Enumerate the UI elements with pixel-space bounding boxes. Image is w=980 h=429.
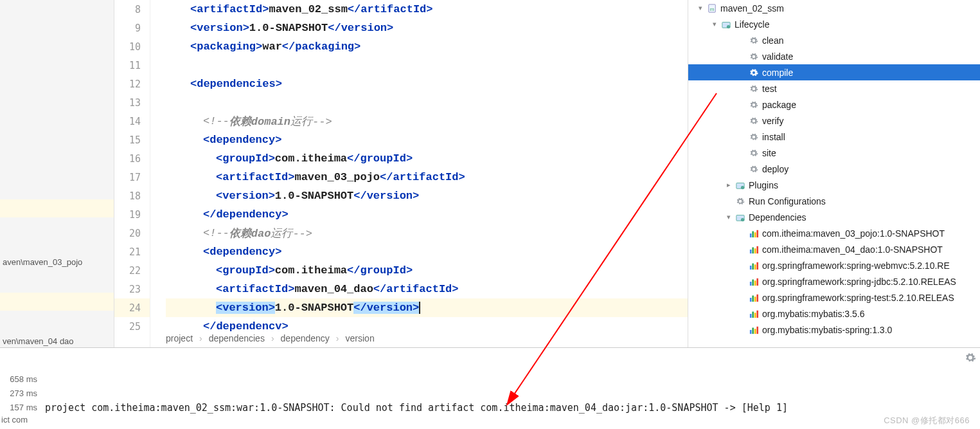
line-number[interactable]: 22 [114,261,150,280]
tree-label: compile [762,68,793,78]
code-line[interactable]: <!--依赖domain运行--> [166,112,688,131]
maven-lifecycle-verify[interactable]: verify [688,113,980,129]
line-number[interactable]: 14 [114,112,150,131]
maven-project-root[interactable]: ▾mmaven_02_ssm [688,0,980,16]
maven-dependencies-node[interactable]: ▾Dependencies [688,209,980,225]
code-line[interactable]: <dependency> [166,242,688,261]
breadcrumb-item[interactable]: dependency [281,333,330,343]
line-number[interactable]: 25 [114,317,150,336]
tree-label: org.mybatis:mybatis:3.5.6 [762,309,865,319]
build-step-times: 658 ms273 ms157 ms [0,372,37,415]
code-line[interactable]: </dependency> [166,205,688,224]
tree-label: maven_02_ssm [720,3,784,14]
svg-rect-9 [752,231,754,237]
svg-rect-27 [756,294,758,301]
tree-label: deploy [762,164,788,174]
svg-rect-34 [754,329,756,334]
code-area[interactable]: <artifactId>maven_02_ssm</artifactId><ve… [166,0,688,347]
line-number[interactable]: 23 [114,280,150,298]
svg-rect-17 [752,263,754,269]
maven-dependency[interactable]: com.itheima:maven_03_pojo:1.0-SNAPSHOT [688,225,980,241]
code-line[interactable]: <artifactId>maven_03_pojo</artifactId> [166,168,688,187]
maven-lifecycle-site[interactable]: site [688,145,980,161]
line-number[interactable]: 15 [114,131,150,149]
maven-lifecycle-deploy[interactable]: deploy [688,161,980,177]
code-line[interactable]: <groupId>com.itheima</groupId> [166,149,688,168]
line-number[interactable]: 10 [114,37,150,56]
svg-rect-19 [756,262,758,269]
breadcrumb-item[interactable]: dependencies [209,333,265,343]
code-line[interactable]: <artifactId>maven_04_dao</artifactId> [166,280,688,298]
code-line[interactable]: <dependencies> [166,75,688,93]
maven-run-configurations[interactable]: Run Configurations [688,193,980,209]
code-line[interactable]: <version>1.0-SNAPSHOT</version> [166,19,688,37]
line-number[interactable]: 18 [114,187,150,205]
svg-rect-16 [750,266,752,269]
line-number[interactable]: 16 [114,149,150,168]
code-line[interactable] [166,56,688,75]
breadcrumb-item[interactable]: version [346,333,375,343]
line-number[interactable]: 19 [114,205,150,224]
maven-lifecycle-clean[interactable]: clean [688,32,980,48]
maven-plugins-node[interactable]: ▸Plugins [688,177,980,193]
fold-column[interactable] [150,0,166,347]
svg-rect-11 [756,230,758,237]
watermark: CSDN @修托都对666 [884,415,970,426]
maven-dependency[interactable]: org.springframework:spring-webmvc:5.2.10… [688,257,980,273]
svg-rect-32 [750,330,752,334]
build-time: 658 ms [0,372,37,387]
svg-rect-22 [754,280,756,286]
svg-rect-24 [750,298,752,302]
maven-lifecycle-node[interactable]: ▾Lifecycle [688,16,980,32]
maven-dependency[interactable]: org.springframework:spring-jdbc:5.2.10.R… [688,273,980,289]
line-number[interactable]: 12 [114,75,150,93]
line-number[interactable]: 17 [114,168,150,187]
open-file-tab-2[interactable]: ven\maven_04 dao [0,333,114,349]
maven-dependency[interactable]: org.mybatis:mybatis-spring:1.3.0 [688,322,980,338]
line-number[interactable]: 13 [114,93,150,112]
tree-label: site [762,148,776,158]
code-line[interactable]: <version>1.0-SNAPSHOT</version> [166,187,688,205]
svg-rect-30 [754,313,756,318]
gear-icon[interactable] [965,352,976,363]
build-time: 157 ms [0,401,37,415]
tree-label: verify [762,116,783,126]
tree-label: Lifecycle [735,19,769,30]
line-number[interactable]: 9 [114,19,150,37]
code-line[interactable]: <groupId>com.itheima</groupId> [166,261,688,280]
code-line[interactable]: <dependency> [166,131,688,149]
line-number[interactable]: 11 [114,56,150,75]
maven-lifecycle-install[interactable]: install [688,129,980,145]
truncated-text: ict com [0,415,28,424]
maven-lifecycle-package[interactable]: package [688,96,980,113]
maven-lifecycle-test[interactable]: test [688,80,980,96]
line-number[interactable]: 8 [114,0,150,19]
code-line[interactable] [166,93,688,112]
maven-lifecycle-compile[interactable]: compile [688,64,980,80]
breadcrumb-item[interactable]: project [166,333,193,343]
maven-lifecycle-validate[interactable]: validate [688,48,980,64]
svg-rect-23 [756,278,758,285]
breadcrumb[interactable]: project›dependencies›dependency›version [166,329,375,347]
chevron-down-icon: ▾ [695,4,706,12]
open-file-tab-1[interactable]: aven\maven_03_pojo [0,254,114,269]
tree-label: validate [762,51,793,62]
line-number[interactable]: 24 [114,298,150,317]
svg-rect-21 [752,279,754,286]
svg-rect-33 [752,327,754,334]
svg-rect-13 [752,247,754,253]
maven-panel: ▾mmaven_02_ssm▾Lifecyclecleanvalidatecom… [688,0,980,347]
code-line[interactable]: <artifactId>maven_02_ssm</artifactId> [166,0,688,19]
line-number-gutter[interactable]: 8910111213141516171819202122232425 [114,0,150,347]
build-time: 273 ms [0,387,37,401]
editor: aven\maven_03_pojo ven\maven_04 dao 8910… [0,0,688,347]
maven-dependency[interactable]: com.itheima:maven_04_dao:1.0-SNAPSHOT [688,241,980,257]
line-number[interactable]: 20 [114,224,150,242]
code-line[interactable]: <version>1.0-SNAPSHOT</version> [166,298,688,317]
maven-dependency[interactable]: org.mybatis:mybatis:3.5.6 [688,306,980,322]
code-line[interactable]: <!--依赖dao运行--> [166,224,688,242]
svg-rect-28 [750,314,752,318]
maven-dependency[interactable]: org.springframework:spring-test:5.2.10.R… [688,289,980,306]
code-line[interactable]: <packaging>war</packaging> [166,37,688,56]
line-number[interactable]: 21 [114,242,150,261]
